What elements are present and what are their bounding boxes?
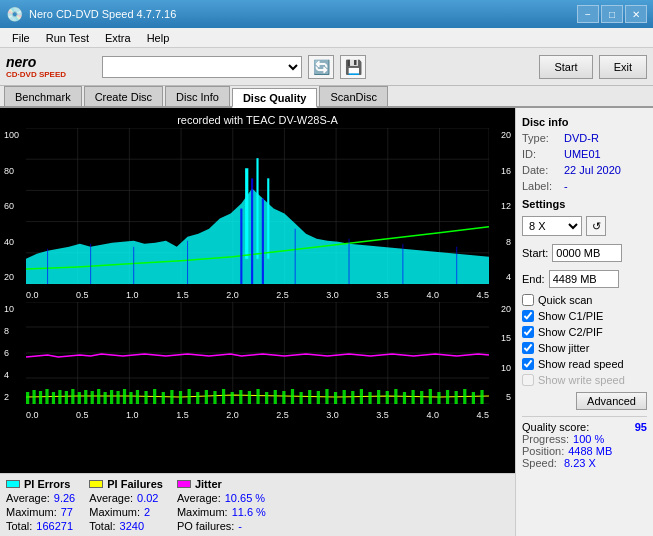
label-label: Label: [522,180,560,192]
show-c2pif-checkbox[interactable] [522,326,534,338]
show-read-speed-label: Show read speed [538,358,624,370]
svg-rect-63 [162,392,165,404]
quick-scan-label: Quick scan [538,294,592,306]
svg-rect-57 [116,391,119,404]
end-mb-input[interactable] [549,270,619,288]
exit-button[interactable]: Exit [599,55,647,79]
app-icon: 💿 [6,6,23,22]
logo-nero: nero [6,54,36,70]
speed2-label: Speed: [522,457,560,469]
tab-disc-quality[interactable]: Disc Quality [232,88,318,108]
close-button[interactable]: ✕ [625,5,647,23]
titlebar-left: 💿 Nero CD-DVD Speed 4.7.7.16 [6,6,176,22]
svg-rect-66 [188,389,191,404]
svg-rect-92 [411,390,414,404]
position-label: Position: [522,445,564,457]
menu-run-test[interactable]: Run Test [38,30,97,46]
svg-rect-59 [129,392,132,404]
svg-rect-86 [360,389,363,404]
tab-disc-info[interactable]: Disc Info [165,86,230,106]
charts-and-legend: recorded with TEAC DV-W28S-A 100 80 60 4… [0,108,515,536]
quick-scan-checkbox[interactable] [522,294,534,306]
right-panel: Disc info Type: DVD-R ID: UME01 Date: 22… [515,108,653,536]
lower-chart-svg [26,302,489,404]
show-c2pif-label: Show C2/PIF [538,326,603,338]
date-value: 22 Jul 2020 [564,164,621,176]
menubar: File Run Test Extra Help [0,28,653,48]
menu-file[interactable]: File [4,30,38,46]
svg-rect-53 [91,391,94,404]
disc-info-title: Disc info [522,116,647,128]
svg-rect-77 [282,391,285,404]
start-button[interactable]: Start [539,55,592,79]
svg-rect-87 [368,392,371,404]
svg-rect-95 [437,392,440,404]
titlebar-controls: − □ ✕ [577,5,647,23]
svg-rect-51 [78,392,81,404]
id-label: ID: [522,148,560,160]
svg-rect-98 [463,389,466,404]
pi-errors-total-label: Total: [6,520,32,532]
upper-chart: 100 80 60 40 20 20 16 12 8 4 [4,128,511,300]
svg-rect-72 [239,390,242,404]
svg-rect-58 [123,389,126,404]
upper-y-left: 100 80 60 40 20 [4,128,26,284]
main-content: recorded with TEAC DV-W28S-A 100 80 60 4… [0,108,653,536]
svg-rect-46 [45,389,48,404]
menu-extra[interactable]: Extra [97,30,139,46]
svg-rect-69 [213,391,216,404]
show-read-speed-checkbox[interactable] [522,358,534,370]
show-jitter-checkbox[interactable] [522,342,534,354]
titlebar-title: Nero CD-DVD Speed 4.7.7.16 [29,8,176,20]
svg-rect-82 [325,389,328,404]
tab-scandisc[interactable]: ScanDisc [319,86,387,106]
id-value: UME01 [564,148,601,160]
pi-errors-max-label: Maximum: [6,506,57,518]
svg-rect-54 [97,389,100,404]
speed-select[interactable]: 8 X 2 X 4 X 16 X [522,216,582,236]
lower-y-left: 10 8 6 4 2 [4,302,26,404]
svg-rect-90 [394,389,397,404]
pi-failures-total-label: Total: [89,520,115,532]
tab-benchmark[interactable]: Benchmark [4,86,82,106]
start-mb-label: Start: [522,247,548,259]
pi-failures-avg-value: 0.02 [137,492,158,504]
svg-rect-74 [256,389,259,404]
advanced-button[interactable]: Advanced [576,392,647,410]
show-c1pie-checkbox[interactable] [522,310,534,322]
quality-score-label: Quality score: [522,421,589,433]
quality-score-value: 95 [635,421,647,433]
maximize-button[interactable]: □ [601,5,623,23]
legend-pi-errors: PI Errors Average: 9.26 Maximum: 77 Tota… [6,478,75,532]
upper-y-right: 20 16 12 8 4 [489,128,511,284]
refresh-settings-icon[interactable]: ↺ [586,216,606,236]
upper-x-labels: 0.0 0.5 1.0 1.5 2.0 2.5 3.0 3.5 4.0 4.5 [26,290,489,300]
tab-create-disc[interactable]: Create Disc [84,86,163,106]
svg-rect-96 [446,390,449,404]
svg-rect-83 [334,392,337,404]
jitter-title: Jitter [195,478,222,490]
svg-rect-94 [429,389,432,404]
svg-rect-45 [39,391,42,404]
svg-rect-56 [110,390,113,404]
minimize-button[interactable]: − [577,5,599,23]
svg-rect-79 [299,392,302,404]
jitter-avg-value: 10.65 % [225,492,265,504]
menu-help[interactable]: Help [139,30,178,46]
start-mb-input[interactable] [552,244,622,262]
end-mb-label: End: [522,273,545,285]
svg-rect-47 [52,392,55,404]
svg-rect-50 [71,389,74,404]
svg-rect-49 [65,391,68,404]
refresh-button[interactable]: 🔄 [308,55,334,79]
lower-x-labels: 0.0 0.5 1.0 1.5 2.0 2.5 3.0 3.5 4.0 4.5 [26,410,489,420]
date-label: Date: [522,164,560,176]
pi-errors-avg-value: 9.26 [54,492,75,504]
pi-failures-title: PI Failures [107,478,163,490]
legend-jitter: Jitter Average: 10.65 % Maximum: 11.6 % … [177,478,266,532]
drive-select[interactable]: [0:0] ATAPI iHAS124 B AL0S [102,56,302,78]
save-button[interactable]: 💾 [340,55,366,79]
show-write-speed-checkbox[interactable] [522,374,534,386]
svg-rect-97 [455,391,458,404]
type-value: DVD-R [564,132,599,144]
